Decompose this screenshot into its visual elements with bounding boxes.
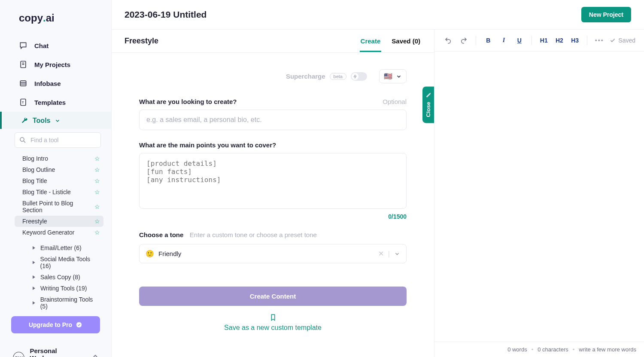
underline-button[interactable]: U (514, 35, 525, 46)
cat-label: Brainstorming Tools (5) (40, 296, 100, 310)
svg-rect-3 (20, 81, 26, 86)
cat-writing-tools[interactable]: Writing Tools (19) (15, 283, 103, 294)
beta-badge: beta (330, 73, 346, 80)
document-icon (19, 60, 27, 69)
h1-button[interactable]: H1 (539, 35, 549, 46)
tab-create[interactable]: Create (360, 37, 382, 52)
close-label: Close (425, 102, 431, 117)
undo-button[interactable] (443, 35, 453, 46)
tool-blog-intro[interactable]: Blog Intro☆ (15, 153, 103, 164)
cat-sales-copy[interactable]: Sales Copy (8) (15, 272, 103, 283)
supercharge-label: Supercharge (286, 73, 325, 80)
tool-label: Blog Title (22, 177, 47, 184)
svg-marker-14 (33, 301, 35, 305)
nav-tools[interactable]: Tools (0, 112, 111, 129)
star-icon[interactable]: ☆ (94, 155, 100, 162)
bookmark-icon (269, 314, 277, 321)
chevron-down-icon (55, 118, 61, 124)
primary-nav: Chat My Projects Infobase T Templates (0, 36, 111, 112)
star-icon[interactable]: ☆ (94, 189, 100, 195)
star-icon[interactable]: ☆ (94, 203, 100, 210)
workspace-switcher[interactable]: PW Personal Workspace Free Plan (0, 341, 111, 357)
italic-button[interactable]: I (498, 35, 509, 46)
wrench-icon (21, 117, 28, 125)
create-content-button[interactable]: Create Content (139, 287, 407, 306)
chevron-down-icon[interactable] (394, 251, 400, 257)
what-to-create-input[interactable] (139, 110, 407, 130)
tool-search (15, 132, 101, 148)
star-icon[interactable]: ☆ (94, 218, 100, 225)
tool-list: Blog Intro☆ Blog Outline☆ Blog Title☆ Bl… (0, 153, 111, 312)
workspace-name: Personal Workspace (30, 347, 87, 357)
tool-label: Blog Intro (22, 155, 48, 162)
svg-marker-12 (33, 275, 35, 279)
tone-label: Choose a tone (139, 231, 183, 238)
nav-chat[interactable]: Chat (0, 36, 111, 55)
h3-button[interactable]: H3 (570, 35, 580, 46)
workspace-avatar: PW (13, 352, 24, 357)
star-icon[interactable]: ☆ (94, 166, 100, 173)
tool-label: Keyword Generator (22, 229, 74, 236)
caret-right-icon (32, 275, 36, 279)
document-title[interactable]: 2023-06-19 Untitled (125, 9, 207, 20)
main-points-textarea[interactable] (139, 153, 407, 209)
nav-my-projects[interactable]: My Projects (0, 55, 111, 74)
star-icon[interactable]: ☆ (94, 177, 100, 184)
redo-icon (460, 37, 468, 44)
upgrade-button[interactable]: Upgrade to Pro (11, 316, 100, 333)
tool-keyword-generator[interactable]: Keyword Generator☆ (15, 227, 103, 238)
brand-logo: copy.ai (0, 12, 111, 33)
saved-label: Saved (618, 37, 635, 44)
status-hint: write a few more words (579, 346, 636, 353)
sidebar: copy.ai Chat My Projects Infobase (0, 0, 112, 357)
bolt-icon (353, 74, 357, 79)
upgrade-label: Upgrade to Pro (29, 321, 72, 328)
language-picker[interactable]: 🇺🇸 (379, 69, 407, 83)
tool-blog-outline[interactable]: Blog Outline☆ (15, 164, 103, 175)
char-count: 0 characters (538, 346, 568, 353)
more-button[interactable]: ••• (594, 35, 605, 46)
cat-social-media[interactable]: Social Media Tools (16) (15, 253, 103, 272)
tab-saved[interactable]: Saved (0) (391, 37, 421, 52)
database-icon (19, 79, 27, 88)
h2-button[interactable]: H2 (554, 35, 565, 46)
svg-point-8 (20, 137, 24, 141)
badge-check-icon (76, 321, 82, 328)
nav-infobase[interactable]: Infobase (0, 74, 111, 93)
tool-blog-title-listicle[interactable]: Blog Title - Listicle☆ (15, 186, 103, 198)
nav-templates[interactable]: T Templates (0, 93, 111, 112)
save-template-label: Save as a new custom template (224, 324, 322, 331)
tool-blog-title[interactable]: Blog Title☆ (15, 175, 103, 186)
clear-icon[interactable]: ✕ (378, 250, 384, 258)
optional-label: Optional (383, 98, 407, 105)
nav-label: Infobase (34, 80, 61, 87)
editor-pane: B I U H1 H2 H3 ••• Saved 0 words (434, 30, 644, 357)
tone-select[interactable]: 🙂 Friendly ✕ | (139, 244, 407, 263)
save-template-link[interactable]: Save as a new custom template (139, 314, 407, 332)
tool-label: Bullet Point to Blog Section (22, 200, 94, 214)
new-project-button[interactable]: New Project (581, 7, 631, 22)
supercharge-toggle[interactable] (351, 72, 367, 81)
star-icon[interactable]: ☆ (94, 229, 100, 236)
save-status: Saved (610, 37, 635, 44)
tool-label: Blog Outline (22, 166, 55, 173)
tool-title: Freestyle (125, 37, 158, 52)
close-panel-button[interactable]: Close (422, 86, 434, 123)
tool-bullet-point[interactable]: Bullet Point to Blog Section☆ (15, 198, 103, 216)
tone-hint: Enter a custom tone or choose a preset t… (190, 231, 317, 238)
bold-button[interactable]: B (483, 35, 493, 46)
cat-email-letter[interactable]: Email/Letter (6) (15, 242, 103, 253)
sidebar-bottom: Upgrade to Pro (0, 312, 111, 341)
left-pane: Freestyle Create Saved (0) Supercharge b… (112, 30, 434, 357)
cat-label: Social Media Tools (16) (40, 256, 100, 269)
redo-button[interactable] (459, 35, 469, 46)
tool-label: Freestyle (22, 218, 47, 225)
template-icon: T (19, 98, 27, 107)
brand-part2: ai (46, 12, 55, 24)
search-input[interactable] (15, 132, 101, 148)
nav-label: Templates (34, 99, 66, 106)
editor-body[interactable] (434, 52, 644, 342)
cat-brainstorming[interactable]: Brainstorming Tools (5) (15, 294, 103, 312)
svg-marker-11 (33, 261, 35, 264)
tool-freestyle[interactable]: Freestyle☆ (15, 216, 103, 227)
